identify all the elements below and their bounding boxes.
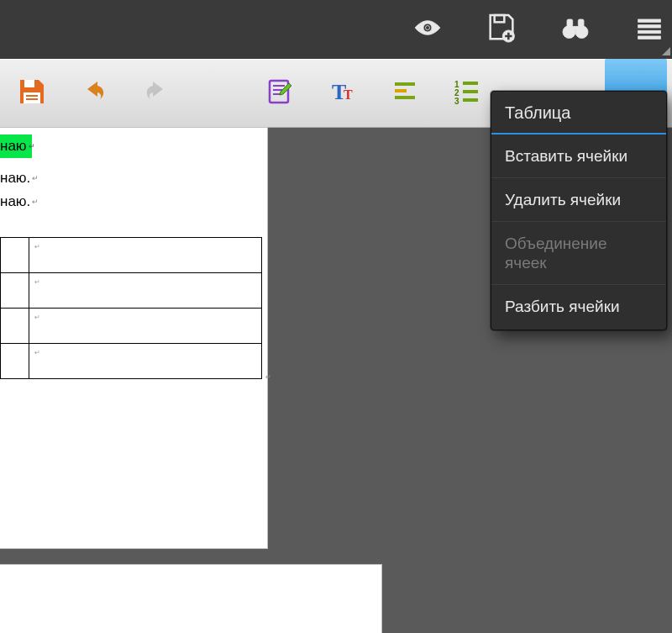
document-page-1[interactable]: наю↵ наю.↵ наю.↵ ↵ ↵ ↵ ↵ [0, 128, 267, 548]
find-button[interactable] [556, 10, 595, 49]
svg-rect-20 [395, 89, 407, 92]
svg-rect-26 [463, 90, 478, 93]
svg-point-0 [426, 26, 430, 30]
edit-note-button[interactable] [264, 76, 297, 110]
eye-icon [411, 11, 444, 48]
table-row[interactable]: ↵ [1, 344, 262, 379]
paragraph-marker-icon: ↵ [29, 142, 35, 150]
paragraph-align-button[interactable] [388, 76, 422, 110]
table-context-menu: Таблица Вставить ячейки Удалить ячейки О… [491, 91, 667, 330]
table-row[interactable]: ↵ [1, 238, 262, 273]
svg-rect-10 [638, 30, 661, 33]
undo-button[interactable] [77, 76, 111, 110]
svg-rect-12 [24, 80, 34, 87]
svg-rect-13 [24, 92, 40, 103]
highlighted-selection[interactable]: наю↵ [0, 135, 32, 158]
table-cell[interactable]: ↵ [29, 309, 261, 344]
svg-rect-11 [638, 36, 661, 39]
dropdown-indicator-icon [662, 47, 670, 55]
svg-text:3: 3 [454, 97, 459, 106]
paragraph-marker-icon: ↵ [32, 174, 39, 182]
table-cell[interactable] [1, 238, 29, 273]
svg-rect-6 [578, 19, 584, 26]
text-line[interactable]: наю.↵ [0, 170, 39, 187]
document-table[interactable]: ↵ ↵ ↵ ↵ [0, 237, 262, 379]
svg-rect-21 [395, 96, 415, 99]
paragraph-marker-icon: ↵ [265, 373, 271, 381]
overflow-menu-button[interactable] [630, 10, 669, 49]
format-text-icon: TT [328, 77, 357, 109]
svg-rect-27 [463, 98, 478, 102]
menu-item-split-cells[interactable]: Разбить ячейки [491, 285, 666, 328]
table-cell[interactable]: ↵ [29, 344, 261, 379]
menu-icon [633, 11, 666, 48]
text-fragment: наю. [0, 193, 30, 210]
document-page-2[interactable] [0, 565, 381, 633]
svg-rect-1 [495, 15, 505, 22]
format-text-button[interactable]: TT [326, 76, 360, 110]
cell-marker-icon: ↵ [34, 243, 40, 251]
svg-rect-15 [26, 98, 38, 100]
save-button[interactable] [15, 76, 49, 110]
save-orange-icon [18, 77, 46, 109]
list-icon: 123 [453, 77, 481, 109]
align-text-icon [391, 77, 419, 109]
binoculars-icon [559, 11, 592, 48]
cell-marker-icon: ↵ [34, 278, 40, 286]
text-fragment: наю [0, 138, 27, 155]
cell-marker-icon: ↵ [34, 314, 40, 321]
svg-rect-5 [567, 19, 573, 26]
save-plus-icon [485, 11, 518, 48]
undo-icon [80, 77, 108, 109]
svg-text:T: T [344, 87, 353, 102]
save-as-button[interactable] [482, 10, 521, 49]
text-fragment: наю. [0, 170, 30, 187]
paragraph-marker-icon: ↵ [32, 198, 39, 206]
redo-button[interactable] [139, 76, 173, 110]
svg-rect-8 [638, 19, 661, 22]
active-toolbar-tab[interactable] [605, 59, 667, 94]
note-edit-icon [266, 77, 295, 109]
table-cell[interactable] [1, 344, 29, 379]
menu-item-insert-cells[interactable]: Вставить ячейки [491, 135, 666, 178]
preview-button[interactable] [408, 10, 447, 49]
table-cell[interactable] [1, 273, 29, 309]
cell-marker-icon: ↵ [34, 349, 40, 356]
table-row[interactable]: ↵ [1, 273, 262, 309]
svg-rect-7 [573, 26, 579, 29]
table-cell[interactable] [1, 309, 29, 344]
svg-rect-19 [395, 82, 415, 86]
svg-rect-14 [26, 95, 38, 97]
redo-icon [142, 77, 171, 109]
table-row[interactable]: ↵ [1, 309, 262, 344]
text-line[interactable]: наю.↵ [0, 193, 39, 210]
svg-rect-9 [638, 25, 661, 28]
document-canvas[interactable]: наю↵ наю.↵ наю.↵ ↵ ↵ ↵ ↵ [0, 128, 383, 633]
menu-item-delete-cells[interactable]: Удалить ячейки [491, 178, 666, 222]
top-action-bar [0, 0, 672, 59]
list-button[interactable]: 123 [450, 76, 484, 110]
table-cell[interactable]: ↵ [29, 273, 261, 309]
table-cell[interactable]: ↵ [29, 238, 261, 273]
menu-item-merge-cells: Объединение ячеек [491, 222, 666, 285]
menu-title: Таблица [491, 95, 666, 135]
svg-rect-25 [463, 82, 478, 85]
